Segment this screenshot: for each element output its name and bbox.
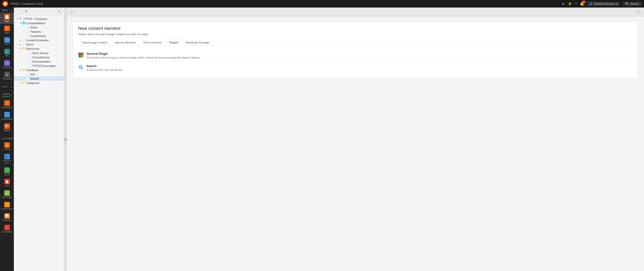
tree-item-open-source[interactable]: 📄 Open Source — [14, 51, 64, 55]
system-section-arrow[interactable]: ▾ — [12, 138, 13, 140]
tree-item-categories[interactable]: ▸ 📁 Categories — [14, 81, 64, 85]
sidebar-item-configuration[interactable]: ⚙ Configuration — [0, 200, 14, 212]
content-help-button[interactable]: ? — [635, 10, 641, 14]
tree-search-label: Search — [30, 77, 39, 80]
tree-collapse-button[interactable]: ◀ — [64, 8, 67, 271]
bookmark-icon[interactable]: ★ — [561, 2, 565, 6]
tree-root-label: TYPO3 - Composer — [23, 17, 48, 20]
tab-typical[interactable]: Typical page content — [78, 39, 111, 46]
sidebar-item-page[interactable]: 📄 Page — [0, 13, 14, 24]
tree-search-toggle — [23, 77, 26, 80]
tree-congratulations-toggle[interactable]: ▾ — [19, 22, 22, 24]
sidebar-item-reports[interactable]: 📊 Reports — [0, 212, 14, 223]
admin-section-label: ADMIN TOOLS — [2, 93, 11, 98]
access-nav-label: Access — [3, 148, 11, 151]
tree-root-toggle[interactable]: ▾ — [16, 18, 19, 20]
tree-refresh-btn[interactable]: ↺ — [57, 9, 62, 14]
flash-icon[interactable]: ⚡ — [568, 2, 572, 6]
info-nav-label: Info — [5, 55, 9, 57]
web-section-arrow[interactable]: ▾ — [11, 9, 12, 12]
topbar-search-icon: 🔍 — [625, 2, 629, 6]
tree-item-congratulations[interactable]: ▾ 🌐 Congratulations — [14, 21, 64, 25]
tree-item-customizing[interactable]: 📄 Customizing — [14, 34, 64, 38]
help-icon[interactable]: ? — [575, 2, 577, 6]
new-content-panel: New content element Please select the ty… — [73, 22, 638, 78]
tree-item-typo3-association[interactable]: 📄 TYPO3 Association — [14, 64, 64, 68]
plugin-item-general[interactable]: General Plugin Select this element type … — [78, 50, 633, 62]
tree-item-consultancies[interactable]: 📄 Consultancies — [14, 55, 64, 59]
sidebar-item-backend-users[interactable]: 👥 Backend users — [0, 152, 14, 166]
tree-home-toggle — [23, 26, 26, 29]
tree-filter-btn[interactable]: ⚗ — [23, 9, 29, 14]
content-toolbar: ↩ ? — [67, 8, 644, 17]
user-name: Daniel Siepmann — [594, 2, 615, 5]
tree-feedback-toggle[interactable]: ▸ — [19, 69, 22, 71]
tree-item-feedback[interactable]: ▸ 📁 Feedback — [14, 68, 64, 72]
tab-form[interactable]: Form elements — [140, 39, 166, 46]
tree-sidebar: 📄 ⚗ ↺ ▾ 🔧 TYPO3 - Composer ▾ 🌐 Congratul… — [14, 8, 64, 271]
db-check-nav-label: DB check — [2, 196, 12, 199]
plugin-item-search[interactable]: Search A search form and results list. — [78, 62, 633, 74]
tab-special[interactable]: Special elements — [111, 39, 140, 46]
tab-bootstrap[interactable]: Bootstrap Package — [182, 39, 213, 46]
back-button[interactable]: ↩ — [69, 10, 75, 14]
tree-item-search[interactable]: 📄 Search — [14, 76, 64, 81]
sidebar-item-log[interactable]: 📋 Log — [0, 177, 14, 189]
tree-item-404[interactable]: 📄 404 — [14, 72, 64, 76]
web-section: WEB ▾ 📄 Page 👁 View ≡ List ℹ Info ⚙ Func — [0, 8, 14, 82]
tree-about-toggle[interactable]: ▸ — [19, 43, 22, 46]
sidebar-item-info[interactable]: ℹ Info — [0, 47, 14, 59]
tree-page-icon-btn[interactable]: 📄 — [16, 9, 22, 14]
topbar-search-button[interactable]: 🔍 Search — [623, 2, 641, 6]
sidebar-item-search[interactable]: 🔍 Search — [0, 122, 14, 133]
file-section: FILE ▸ — [0, 84, 14, 89]
tree-typo3-association-icon: 📄 — [28, 64, 31, 67]
tab-plugins[interactable]: Plugins — [166, 39, 182, 46]
sidebar-item-extensions[interactable]: ⊞ Extensions — [0, 99, 14, 110]
svg-rect-0 — [78, 53, 81, 55]
sidebar-item-db-check[interactable]: ☰ DB check — [0, 189, 14, 200]
extensions-nav-icon: ⊞ — [4, 100, 10, 106]
sidebar-item-functions[interactable]: ⚙ Functions — [0, 59, 14, 70]
new-content-title: New content element — [78, 26, 633, 31]
tree-root[interactable]: ▾ 🔧 TYPO3 - Composer — [14, 17, 64, 21]
sidebar-item-template[interactable]: ◈ Template — [0, 70, 14, 82]
admin-section-arrow[interactable]: ▾ — [11, 94, 12, 97]
content-tabs: Typical page content Special elements Fo… — [78, 39, 633, 46]
tree-categories-toggle[interactable]: ▸ — [19, 82, 22, 84]
tree-content: ▾ 🔧 TYPO3 - Composer ▾ 🌐 Congratulations… — [14, 16, 64, 271]
tree-item-home[interactable]: 📄 Home — [14, 25, 64, 29]
sidebar-item-scheduler[interactable]: ⏱ Scheduler — [0, 223, 14, 235]
tree-categories-icon: 📁 — [22, 81, 25, 84]
sidebar-item-view[interactable]: 👁 View — [0, 24, 14, 36]
sidebar-item-languages[interactable]: 🌐 Languages — [0, 110, 14, 122]
divider-3 — [0, 134, 14, 135]
content-main: New content element Please select the ty… — [67, 17, 644, 271]
tree-item-about[interactable]: ▸ 📄 About — [14, 42, 64, 47]
tree-about-label: About — [26, 43, 33, 46]
tree-item-features[interactable]: 📄 Features — [14, 29, 64, 34]
tree-item-resources[interactable]: ▾ 📁 Resources — [14, 47, 64, 51]
tree-resources-toggle[interactable]: ▾ — [19, 48, 22, 50]
notification-icon[interactable]: 🔔 64 — [580, 2, 584, 6]
tree-open-source-toggle — [25, 52, 28, 54]
tree-documentation-toggle — [25, 60, 28, 63]
svg-rect-2 — [78, 55, 81, 58]
sidebar-item-install[interactable]: ↓ Install — [0, 166, 14, 177]
new-content-description: Please select the type of page content y… — [78, 33, 633, 36]
file-section-arrow[interactable]: ▸ — [11, 86, 12, 88]
user-dropdown-icon: ▾ — [616, 2, 618, 6]
sidebar-item-access[interactable]: 🔒 Access — [0, 141, 14, 152]
tree-item-content-examples[interactable]: ▸ 📄 Content Examples — [14, 38, 64, 42]
tree-content-examples-toggle[interactable]: ▸ — [19, 39, 22, 41]
web-section-header: WEB ▾ — [0, 8, 14, 13]
topbar-right: ★ ⚡ ? 🔔 64 👤 Daniel Siepmann ▾ 🔍 Search — [561, 2, 641, 6]
sidebar-item-list[interactable]: ≡ List — [0, 36, 14, 47]
tree-features-icon: 📄 — [26, 30, 29, 33]
tree-item-documentation[interactable]: 📄 Documentation — [14, 59, 64, 64]
system-section-label: SYSTEM — [2, 137, 12, 140]
list-nav-label: List — [5, 43, 9, 46]
user-menu[interactable]: 👤 Daniel Siepmann ▾ — [587, 2, 620, 6]
topbar: TYPO3 - Composer [7.6.9] ★ ⚡ ? 🔔 64 👤 Da… — [0, 0, 644, 8]
tree-consultancies-icon: 📄 — [28, 56, 31, 59]
